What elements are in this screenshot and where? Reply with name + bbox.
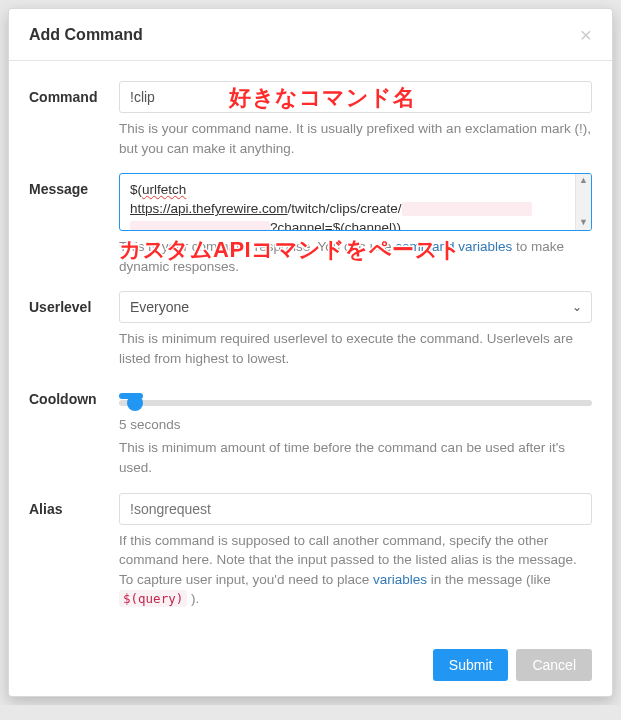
modal-footer: Submit Cancel xyxy=(9,634,612,696)
command-help: This is your command name. It is usually… xyxy=(119,119,592,158)
command-row: Command This is your command name. It is… xyxy=(29,81,592,158)
message-label: Message xyxy=(29,173,119,276)
cancel-button[interactable]: Cancel xyxy=(516,649,592,681)
command-variables-link[interactable]: command variables xyxy=(395,239,512,254)
alias-input[interactable] xyxy=(119,493,592,525)
cooldown-label: Cooldown xyxy=(29,383,119,477)
message-help: This is your command response. You can u… xyxy=(119,237,592,276)
variables-link[interactable]: variables xyxy=(373,572,427,587)
userlevel-help: This is minimum required userlevel to ex… xyxy=(119,329,592,368)
submit-button[interactable]: Submit xyxy=(433,649,509,681)
command-label: Command xyxy=(29,81,119,158)
cooldown-help: This is minimum amount of time before th… xyxy=(119,438,592,477)
command-input[interactable] xyxy=(119,81,592,113)
cooldown-value: 5 seconds xyxy=(119,417,592,432)
userlevel-select[interactable]: Everyone xyxy=(119,291,592,323)
alias-label: Alias xyxy=(29,493,119,609)
userlevel-label: Userlevel xyxy=(29,291,119,368)
userlevel-row: Userlevel Everyone ⌄ This is minimum req… xyxy=(29,291,592,368)
cooldown-slider[interactable] xyxy=(119,400,592,406)
textarea-scrollbar[interactable]: ▲ ▼ xyxy=(575,174,591,230)
alias-row: Alias If this command is supposed to cal… xyxy=(29,493,592,609)
query-code: $(query) xyxy=(119,590,187,607)
modal-title: Add Command xyxy=(29,26,143,44)
cooldown-row: Cooldown 5 seconds This is minimum amoun… xyxy=(29,383,592,477)
modal-header: Add Command × xyxy=(9,9,612,61)
message-row: Message $(urlfetch https://api.thefyrewi… xyxy=(29,173,592,276)
alias-help: If this command is supposed to call anot… xyxy=(119,531,592,609)
add-command-modal: Add Command × Command This is your comma… xyxy=(8,8,613,697)
close-icon[interactable]: × xyxy=(580,24,592,45)
message-textarea[interactable]: $(urlfetch https://api.thefyrewire.com/t… xyxy=(119,173,592,231)
modal-body: Command This is your command name. It is… xyxy=(9,61,612,634)
